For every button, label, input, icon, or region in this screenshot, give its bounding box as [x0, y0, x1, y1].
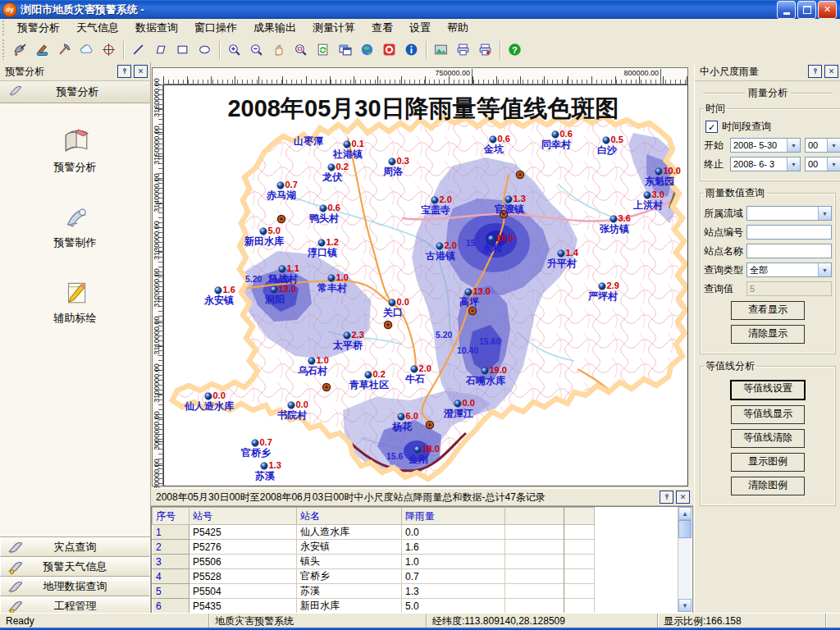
station-marker-icon[interactable] — [454, 400, 461, 407]
chevron-down-icon[interactable]: ▼ — [827, 158, 840, 171]
station-marker-icon[interactable] — [610, 216, 617, 222]
station-marker-icon[interactable] — [271, 286, 277, 293]
chevron-down-icon[interactable]: ▼ — [818, 263, 831, 276]
image-export-icon[interactable] — [431, 39, 451, 60]
station-marker-icon[interactable] — [215, 287, 221, 294]
button-等值线显示[interactable]: 等值线显示 — [731, 405, 805, 424]
zoom-window-icon[interactable] — [290, 39, 311, 60]
stop-icon[interactable] — [379, 39, 399, 60]
scroll-up-arrow[interactable]: ▲ — [678, 507, 692, 520]
station-marker-icon[interactable] — [288, 402, 294, 409]
sidebar-item-预警制作[interactable]: 预警制作 — [54, 202, 97, 250]
data-cell[interactable]: 0.0 — [402, 525, 505, 540]
station-marker-icon[interactable] — [328, 164, 335, 171]
toolbar-grip[interactable] — [2, 39, 6, 60]
chevron-down-icon[interactable]: ▼ — [827, 139, 840, 152]
sidebar-item-预警分析[interactable]: 预警分析 — [54, 126, 97, 175]
crosshair-icon[interactable] — [98, 39, 119, 60]
station-marker-icon[interactable] — [411, 366, 418, 372]
table-pin-icon[interactable] — [660, 491, 673, 504]
data-cell[interactable]: P5528 — [189, 569, 297, 584]
column-header-站名[interactable]: 站名 — [297, 508, 402, 525]
station-marker-icon[interactable] — [490, 136, 496, 143]
station-marker-icon[interactable] — [252, 440, 258, 446]
station-marker-icon[interactable] — [344, 332, 350, 339]
station-marker-icon[interactable] — [318, 240, 325, 246]
time-range-checkbox[interactable]: ✓ — [705, 121, 718, 133]
zoom-out-icon[interactable] — [246, 39, 267, 60]
pick-tool-icon[interactable] — [54, 39, 75, 60]
menu-查看[interactable]: 查看 — [363, 20, 401, 35]
table-row[interactable]: 4P5528官桥乡0.7 — [153, 569, 595, 584]
start-date-select[interactable]: 2008- 5-30 ▼ — [730, 138, 801, 153]
pan-hand-icon[interactable] — [268, 39, 289, 60]
print-preview-icon[interactable] — [475, 39, 495, 60]
station-marker-icon[interactable] — [398, 413, 404, 420]
sidebar-item-辅助标绘[interactable]: 辅助标绘 — [54, 277, 97, 326]
end-date-select[interactable]: 2008- 6- 3 ▼ — [730, 157, 801, 171]
restore-button[interactable] — [797, 1, 816, 19]
station-marker-icon[interactable] — [436, 243, 443, 249]
cascade-windows-icon[interactable] — [335, 39, 355, 60]
station-marker-icon[interactable] — [558, 250, 564, 257]
data-cell[interactable]: 永安镇 — [297, 540, 402, 555]
query-type-select[interactable]: 全部 ▼ — [746, 262, 832, 277]
button-等值线清除[interactable]: 等值线清除 — [731, 429, 805, 448]
print-icon[interactable] — [453, 39, 473, 60]
map-canvas[interactable]: 5.2010.20155.2015.6010.4015.6 山枣潭 0.1社港镇… — [163, 84, 688, 486]
data-cell[interactable]: 官桥乡 — [297, 569, 402, 584]
end-hour-select[interactable]: 00 ▼ — [805, 157, 840, 171]
station-marker-icon[interactable] — [431, 197, 438, 203]
station-marker-icon[interactable] — [603, 137, 609, 144]
data-cell[interactable]: P5504 — [189, 584, 297, 599]
button-显示图例[interactable]: 显示图例 — [731, 453, 805, 472]
station-marker-icon[interactable] — [655, 168, 662, 175]
column-header-站号[interactable]: 站号 — [189, 508, 297, 525]
menu-数据查询[interactable]: 数据查询 — [127, 20, 186, 35]
station-marker-icon[interactable] — [261, 463, 267, 469]
menu-设置[interactable]: 设置 — [401, 20, 439, 35]
data-cell[interactable]: 仙人造水库 — [297, 525, 402, 540]
station-marker-icon[interactable] — [260, 228, 267, 235]
menu-帮助[interactable]: 帮助 — [439, 20, 477, 35]
station-marker-icon[interactable] — [644, 192, 651, 199]
station-marker-icon[interactable] — [552, 131, 559, 138]
station-marker-icon[interactable] — [320, 205, 326, 212]
globe-icon[interactable] — [357, 39, 377, 60]
button-清除显示[interactable]: 清除显示 — [731, 325, 805, 344]
data-cell[interactable]: 1.3 — [402, 584, 505, 599]
station-marker-icon[interactable] — [482, 368, 488, 374]
hammer-water-icon[interactable] — [32, 39, 52, 60]
data-cell[interactable]: 1.6 — [402, 540, 505, 555]
chevron-down-icon[interactable]: ▼ — [818, 207, 831, 220]
data-cell[interactable]: P5435 — [189, 599, 297, 614]
info-icon[interactable] — [401, 39, 422, 60]
sidebar-pin-icon[interactable] — [117, 65, 131, 78]
menu-天气信息[interactable]: 天气信息 — [68, 20, 127, 35]
row-number-cell[interactable]: 1 — [153, 525, 189, 540]
station-marker-icon[interactable] — [389, 158, 395, 165]
data-cell[interactable]: P5425 — [189, 525, 297, 540]
row-number-cell[interactable]: 2 — [153, 540, 189, 555]
menu-预警分析[interactable]: 预警分析 — [9, 20, 68, 35]
station-marker-icon[interactable] — [277, 182, 284, 189]
station-marker-icon[interactable] — [465, 289, 472, 295]
data-cell[interactable]: P5276 — [189, 540, 297, 555]
start-hour-select[interactable]: 00 ▼ — [805, 138, 840, 153]
row-number-cell[interactable]: 5 — [153, 584, 189, 599]
resize-grip[interactable] — [826, 614, 840, 628]
table-close-icon[interactable]: ✕ — [676, 491, 690, 504]
row-number-cell[interactable]: 4 — [153, 569, 189, 584]
help-icon[interactable]: ? — [504, 39, 525, 60]
sidebar-bar-地理数据查询[interactable]: 地理数据查询 — [0, 577, 150, 596]
station-marker-icon[interactable] — [599, 283, 605, 290]
sidebar-close-icon[interactable]: ✕ — [134, 65, 148, 78]
scroll-thumb[interactable] — [678, 520, 692, 538]
polygon-tool-icon[interactable] — [150, 39, 171, 60]
zoom-in-icon[interactable] — [224, 39, 244, 60]
close-button[interactable]: ✕ — [818, 1, 837, 19]
cloud-icon[interactable] — [76, 39, 97, 60]
column-header-降雨量[interactable]: 降雨量 — [402, 508, 505, 525]
station-id-input[interactable] — [746, 225, 832, 240]
basin-select[interactable]: ▼ — [746, 206, 832, 221]
